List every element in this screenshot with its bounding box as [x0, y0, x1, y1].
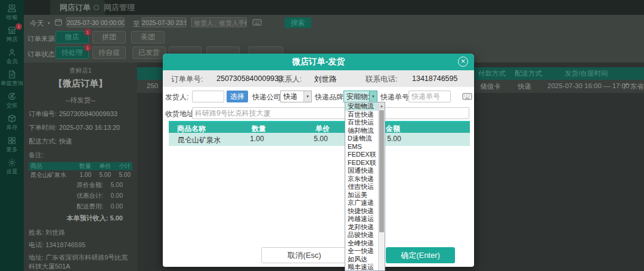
source-chip-pintuan[interactable]: 拼团: [92, 31, 126, 43]
remark-line: 备注:: [29, 151, 132, 160]
close-icon[interactable]: [458, 57, 468, 67]
receiver-info: 姓名: 刘世路 电话: 13418746595 地址: 广东省深圳市科研路9号比…: [29, 228, 132, 271]
choose-shipper-button[interactable]: 选择: [227, 91, 248, 102]
courier-option[interactable]: 百世快递: [345, 111, 379, 119]
modal-header: 微店订单-发货: [163, 54, 474, 70]
status-chip-pending[interactable]: 待处理 1: [55, 46, 89, 59]
date-range-to-label: 至: [133, 19, 140, 29]
sidebar-item-label: 设置: [7, 168, 18, 176]
member-icon: [7, 48, 17, 57]
gear-icon: [7, 158, 17, 167]
phone-value: 13418746595: [412, 74, 457, 83]
cancel-button[interactable]: 取消(Esc): [261, 247, 348, 263]
courier-option[interactable]: 加运美: [345, 191, 379, 200]
shipper-label: 发货人:: [165, 92, 188, 102]
courier-brand-dropdown: 安能物流百世快递百世快运德邦物流D速物流EMSFEDEX联FEDEX联国通快递京…: [345, 102, 385, 271]
date-to-input[interactable]: [141, 17, 187, 27]
courier-brand-label: 快递品牌:: [315, 92, 345, 102]
sidebar-item-query[interactable]: 单据查询: [0, 67, 24, 89]
shift-icon: [7, 92, 17, 101]
chip-label: 已发货: [138, 48, 160, 58]
tab-label: 网店管理: [104, 2, 135, 13]
dropdown-scrollbar[interactable]: [378, 102, 385, 270]
date-from-input[interactable]: [66, 17, 125, 27]
courier-option[interactable]: 国通快递: [345, 167, 379, 175]
courier-option[interactable]: 京东快递: [345, 175, 379, 183]
courier-brand-select[interactable]: 安能物流: [343, 91, 377, 102]
cell-price: 5.00: [314, 135, 327, 143]
tab-indicator-icon: [94, 5, 99, 10]
sidebar-item-store[interactable]: 网店 1: [0, 23, 24, 45]
courier-option[interactable]: EMS: [345, 143, 379, 151]
chip-label: 待处理: [61, 48, 83, 58]
courier-option[interactable]: 跨越速运: [345, 215, 379, 223]
courier-option[interactable]: 京广速递: [345, 199, 379, 207]
tab-online-orders[interactable]: 网店订单: [50, 0, 105, 15]
sidebar-item-shift[interactable]: 交班: [0, 89, 24, 111]
courier-company-label: 快递公司:: [252, 92, 283, 102]
document-icon: [7, 70, 17, 79]
courier-option[interactable]: 如风达: [345, 256, 379, 264]
calendar-icon[interactable]: [54, 18, 63, 26]
courier-option[interactable]: 佳吉快运: [345, 183, 379, 191]
confirm-button[interactable]: 确定(Enter): [386, 247, 455, 263]
receiver-phone-line: 电话: 13418746595: [29, 241, 132, 250]
courier-option[interactable]: FEDEX联: [345, 159, 379, 167]
courier-option[interactable]: 德邦物流: [345, 127, 379, 135]
status-chip-pickup[interactable]: 待自提: [92, 46, 126, 59]
status-chip-shipped[interactable]: 已发货: [132, 46, 166, 59]
courier-option[interactable]: 龙邦快递: [345, 223, 379, 232]
courier-option[interactable]: 快捷快递: [345, 207, 379, 216]
modal-item-row: 昆仑山矿泉水 1.00 5.00 5.00: [169, 133, 470, 146]
chip-label: 微店: [65, 32, 79, 42]
sidebar-item-cashier[interactable]: 收银: [0, 1, 24, 23]
sidebar-item-inventory[interactable]: 库存: [0, 111, 24, 133]
courier-option[interactable]: 顺丰速运: [345, 263, 379, 271]
scrollbar-thumb[interactable]: [379, 110, 384, 232]
search-button[interactable]: 搜索: [284, 17, 311, 28]
receiver-search-input[interactable]: [191, 17, 247, 27]
sidebar-item-settings[interactable]: 设置: [0, 155, 24, 177]
scroll-up-icon[interactable]: [379, 102, 385, 110]
shipper-input[interactable]: [192, 91, 224, 102]
courier-option[interactable]: 全峰快递: [345, 239, 379, 248]
courier-option[interactable]: 安能物流: [345, 102, 379, 111]
sidebar-item-label: 库存: [7, 124, 18, 132]
courier-option[interactable]: FEDEX联: [345, 151, 379, 159]
chip-label: 拼团: [102, 32, 116, 42]
phone-label: 联系电话:: [366, 74, 397, 85]
cell-amount: 5.00: [387, 135, 401, 143]
tracking-no-input[interactable]: [408, 91, 451, 102]
address-input[interactable]: [192, 107, 469, 119]
cell-ship-time: 2025-07-30 16:00 — 17:00: [547, 82, 629, 89]
tracking-no-label: 快递单号:: [380, 92, 411, 102]
inventory-icon: [7, 114, 17, 123]
receiver-address-line: 地址: 广东省深圳市科研路9号比克科技大厦501A: [29, 253, 132, 271]
courier-option[interactable]: 全一快递: [345, 247, 379, 256]
chip-badge: 1: [84, 29, 91, 36]
source-chip-weidian[interactable]: 微店 1: [55, 31, 89, 43]
keyboard-icon[interactable]: [462, 92, 472, 101]
courier-company-value: 快递: [283, 92, 298, 101]
col-delivery: 配送方式: [515, 69, 542, 78]
order-no-label: 订单单号:: [171, 74, 203, 85]
contact-value: 刘世路: [314, 74, 337, 85]
expected-income-line: 本单预计收入: 5.00: [29, 214, 132, 223]
tab-store-management[interactable]: 网店管理: [100, 0, 138, 15]
courier-option[interactable]: 品骏快递: [345, 231, 379, 239]
sidebar-item-more[interactable]: 更多: [0, 133, 24, 155]
courier-option[interactable]: 百世快运: [345, 119, 379, 127]
courier-company-select[interactable]: 快递: [280, 91, 312, 102]
courier-option[interactable]: D速物流: [345, 135, 379, 143]
fee-shipping: 配送费用: 0.00: [29, 203, 132, 211]
chip-label: 待自提: [98, 48, 120, 58]
keyboard-icon[interactable]: [252, 18, 262, 26]
sidebar-item-label: 网店: [7, 36, 18, 43]
chevron-down-icon: [304, 91, 311, 102]
sidebar-item-member[interactable]: 会员: [0, 45, 24, 67]
sidebar: 收银 网店 1 会员 单据查询 交班 库存 更多 设置: [0, 0, 24, 271]
quick-date-select[interactable]: 今天: [30, 18, 51, 29]
contact-label: 联系人:: [277, 74, 302, 85]
source-chip-meituan[interactable]: 美团: [131, 31, 165, 43]
shipping-address-row: 收货地址:: [163, 107, 474, 119]
